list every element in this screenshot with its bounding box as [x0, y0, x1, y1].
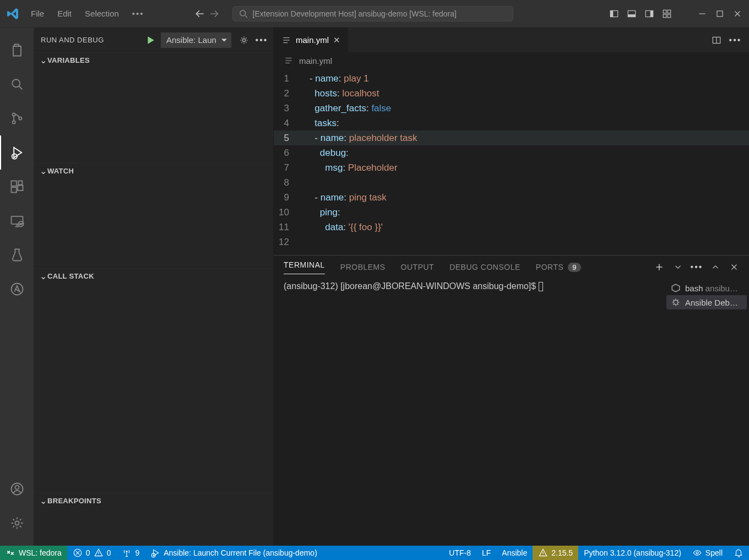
terminal-item-bash[interactable]: bash ansibu… [666, 281, 747, 295]
activity-search-icon[interactable] [0, 67, 34, 101]
section-watch[interactable]: ⌄WATCH [34, 164, 273, 178]
activity-extensions-icon[interactable] [0, 170, 34, 204]
svg-rect-20 [18, 181, 22, 185]
activity-settings-icon[interactable] [0, 506, 34, 540]
editor-tab[interactable]: main.yml ✕ [274, 28, 349, 52]
line-number: 8 [274, 175, 299, 190]
status-remote[interactable]: WSL: fedora [0, 546, 67, 560]
code-line[interactable]: 7 msg: Placeholder [274, 160, 749, 175]
activity-accounts-icon[interactable] [0, 472, 34, 506]
section-callstack[interactable]: ⌄CALL STACK [34, 269, 273, 283]
line-number: 2 [274, 86, 299, 101]
line-number: 5 [274, 131, 299, 145]
status-problems[interactable]: 00 [67, 546, 117, 560]
panel-tab-output[interactable]: OUTPUT [401, 263, 435, 271]
code-line[interactable]: 5 - name: placeholder task [274, 131, 749, 145]
debug-alt-icon [150, 548, 160, 558]
bottom-panel: TERMINAL PROBLEMS OUTPUT DEBUG CONSOLE P… [274, 255, 749, 532]
code-line[interactable]: 8 [274, 175, 749, 190]
status-encoding[interactable]: UTF-8 [443, 546, 476, 560]
status-ports[interactable]: 9 [116, 546, 145, 560]
panel-maximize-icon[interactable] [710, 262, 720, 272]
code-line[interactable]: 10 ping: [274, 205, 749, 220]
toggle-primary-sidebar-icon[interactable] [609, 9, 619, 19]
nav-back-icon[interactable] [195, 9, 205, 19]
status-bar: WSL: fedora 00 9 Ansible: Launch Current… [0, 546, 749, 560]
code-line[interactable]: 11 data: '{{ foo }}' [274, 220, 749, 235]
command-center[interactable]: [Extension Development Host] ansibug-dem… [232, 6, 513, 21]
svg-point-13 [12, 113, 15, 116]
code-line[interactable]: 12 [274, 235, 749, 249]
window-maximize-icon[interactable] [715, 9, 725, 19]
nav-forward-icon[interactable] [209, 9, 219, 19]
debug-more-icon[interactable]: ••• [257, 35, 267, 45]
menu-file[interactable]: File [24, 6, 51, 21]
close-tab-icon[interactable]: ✕ [333, 35, 340, 45]
title-bar: File Edit Selection ••• [Extension Devel… [0, 0, 749, 28]
run-debug-panel: RUN AND DEBUG Ansible: Laun ••• ⌄VARIABL… [34, 28, 274, 546]
remote-icon [6, 548, 15, 558]
activity-ansible-icon[interactable] [0, 272, 34, 306]
terminal-item-ansible-debug[interactable]: Ansible Deb… [666, 295, 747, 309]
svg-rect-9 [663, 14, 666, 18]
terminal-output[interactable]: (ansibug-312) [jborean@JBOREAN-WINDOWS a… [274, 279, 664, 532]
status-spell[interactable]: Spell [687, 546, 728, 560]
debug-icon [671, 297, 681, 307]
editor-more-icon[interactable]: ••• [730, 35, 740, 45]
split-editor-icon[interactable] [712, 35, 721, 45]
search-icon [238, 9, 248, 19]
code-line[interactable]: 9 - name: ping task [274, 190, 749, 205]
start-debug-button[interactable] [144, 34, 156, 46]
activity-remote-explorer-icon[interactable] [0, 204, 34, 238]
new-terminal-icon[interactable] [654, 262, 664, 272]
code-line[interactable]: 6 debug: [274, 145, 749, 160]
section-breakpoints[interactable]: ⌄BREAKPOINTS [34, 493, 273, 508]
activity-explorer-icon[interactable] [0, 33, 34, 67]
svg-point-31 [126, 551, 128, 552]
code-editor[interactable]: 1 - name: play 12 hosts: localhost3 gath… [274, 69, 749, 255]
panel-close-icon[interactable] [729, 262, 739, 272]
status-ansible-lint[interactable]: 2.15.5 [533, 546, 578, 560]
ports-badge: 9 [568, 263, 580, 272]
svg-point-29 [674, 300, 678, 305]
debug-config-select[interactable]: Ansible: Laun [161, 32, 231, 48]
status-notifications[interactable] [728, 546, 749, 560]
customize-layout-icon[interactable] [662, 9, 672, 19]
code-line[interactable]: 4 tasks: [274, 116, 749, 131]
panel-tab-debugconsole[interactable]: DEBUG CONSOLE [449, 263, 520, 271]
code-line[interactable]: 3 gather_facts: false [274, 101, 749, 116]
chevron-down-icon: ⌄ [39, 166, 47, 176]
terminal-dropdown-icon[interactable] [673, 262, 683, 272]
window-close-icon[interactable] [732, 9, 742, 19]
activity-run-debug-icon[interactable] [0, 135, 34, 170]
menu-edit[interactable]: Edit [51, 6, 78, 21]
status-python[interactable]: Python 3.12.0 (ansibug-312) [578, 546, 687, 560]
menu-more-icon[interactable]: ••• [126, 6, 151, 21]
window-minimize-icon[interactable] [697, 9, 707, 19]
breadcrumb[interactable]: main.yml [274, 52, 749, 69]
toggle-panel-icon[interactable] [627, 9, 637, 19]
line-number: 4 [274, 116, 299, 131]
svg-point-33 [696, 552, 698, 554]
line-number: 1 [274, 71, 299, 86]
code-line[interactable]: 2 hosts: localhost [274, 86, 749, 101]
section-variables[interactable]: ⌄VARIABLES [34, 53, 273, 67]
activity-bar [0, 28, 34, 546]
chevron-down-icon: ⌄ [39, 271, 47, 281]
activity-scm-icon[interactable] [0, 101, 34, 135]
panel-tab-ports[interactable]: PORTS9 [536, 263, 581, 272]
panel-tab-terminal[interactable]: TERMINAL [284, 260, 325, 274]
status-language[interactable]: Ansible [496, 546, 533, 560]
status-eol[interactable]: LF [476, 546, 496, 560]
debug-settings-icon[interactable] [239, 35, 249, 45]
svg-rect-8 [667, 10, 671, 13]
code-line[interactable]: 1 - name: play 1 [274, 71, 749, 86]
panel-tab-problems[interactable]: PROBLEMS [340, 263, 386, 271]
panel-more-icon[interactable]: ••• [692, 262, 702, 272]
menu-selection[interactable]: Selection [78, 6, 126, 21]
activity-testing-icon[interactable] [0, 238, 34, 272]
status-debug-launch[interactable]: Ansible: Launch Current File (ansibug-de… [145, 546, 323, 560]
line-number: 12 [274, 235, 299, 249]
toggle-secondary-sidebar-icon[interactable] [644, 9, 654, 19]
svg-rect-18 [11, 187, 16, 192]
